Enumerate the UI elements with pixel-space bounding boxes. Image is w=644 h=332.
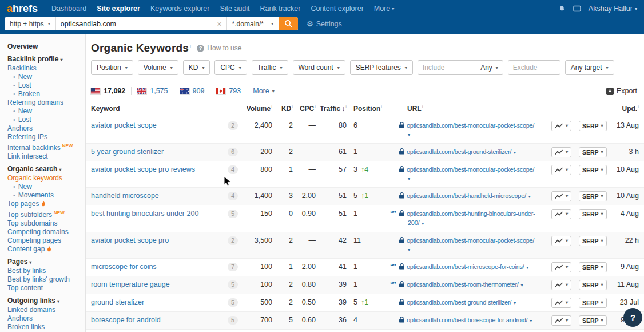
serp-dropdown-button[interactable]: SERP▾ — [579, 298, 607, 308]
how-to-use-link[interactable]: ?How to use — [197, 44, 241, 52]
serp-dropdown-button[interactable]: SERP▾ — [579, 280, 607, 290]
serp-dropdown-button[interactable]: SERP▾ — [579, 236, 607, 246]
col-position[interactable]: Positioni — [347, 104, 384, 113]
clear-icon[interactable]: × — [217, 20, 221, 28]
position-history-chart-button[interactable]: ▾ — [551, 236, 571, 246]
serp-dropdown-button[interactable]: SERP▾ — [579, 315, 607, 326]
url-link[interactable]: opticsandlab.com/best-room-thermometer/ — [407, 281, 519, 288]
col-kd[interactable]: KDi — [272, 104, 293, 113]
url-dropdown-caret[interactable]: ▾ — [530, 318, 532, 323]
col-cpc[interactable]: CPCi — [293, 104, 316, 113]
more-countries-button[interactable]: More▾ — [253, 87, 275, 95]
sidebar-item-competing-pages[interactable]: Competing pages — [7, 236, 85, 245]
sidebar-item-content-gap[interactable]: Content gap — [7, 245, 85, 254]
filter-serp-features-button[interactable]: SERP features▾ — [350, 60, 413, 75]
url-link[interactable]: opticsandlab.com/best-monocular-pocket-s… — [407, 122, 534, 129]
col-upd[interactable]: Upd.i — [612, 104, 644, 113]
ahrefs-logo[interactable]: ahrefs — [7, 3, 38, 14]
url-dropdown-caret[interactable]: ▾ — [521, 283, 523, 288]
url-link[interactable]: opticsandlab.com/best-handheld-microscop… — [407, 192, 526, 199]
nav-site-audit[interactable]: Site audit — [220, 5, 249, 13]
url-dropdown-caret[interactable]: ▾ — [514, 150, 516, 155]
keyword-link[interactable]: borescope for android — [91, 315, 161, 325]
url-dropdown-caret[interactable]: ▾ — [422, 221, 424, 226]
position-history-chart-button[interactable]: ▾ — [551, 315, 571, 326]
sidebar-item-outgoing-links[interactable]: Outgoing links▾ — [7, 297, 85, 306]
nav-rank-tracker[interactable]: Rank tracker — [260, 5, 301, 13]
url-dropdown-caret[interactable]: ▾ — [408, 246, 551, 255]
filter-traffic-button[interactable]: Traffic▾ — [252, 60, 288, 75]
col-volume[interactable]: Volumei — [246, 104, 272, 113]
keyword-link[interactable]: aviator pocket scope — [91, 121, 157, 130]
url-dropdown-caret[interactable]: ▾ — [514, 301, 516, 306]
sidebar-item-new[interactable]: •New — [7, 107, 85, 116]
sidebar-item-lost[interactable]: •Lost — [7, 81, 85, 90]
sidebar-item-broken-links[interactable]: Broken links — [7, 323, 85, 331]
user-menu[interactable]: Akshay Hallur▾ — [589, 5, 637, 13]
protocol-select[interactable]: http + https▾ — [5, 17, 56, 30]
export-button[interactable]: Export — [606, 87, 639, 95]
position-history-chart-button[interactable]: ▾ — [551, 209, 571, 219]
sidebar-item-top-subdomains[interactable]: Top subdomains — [7, 219, 85, 228]
filter-cpc-button[interactable]: CPC▾ — [214, 60, 247, 75]
position-history-chart-button[interactable]: ▾ — [551, 147, 571, 157]
url-link[interactable]: opticsandlab.com/best-monocular-pocket-s… — [407, 237, 534, 244]
position-history-chart-button[interactable]: ▾ — [551, 298, 571, 308]
serp-dropdown-button[interactable]: SERP▾ — [579, 262, 607, 272]
sidebar-item-link-intersect[interactable]: Link intersect — [7, 152, 85, 161]
search-button[interactable] — [279, 17, 298, 30]
keyword-link[interactable]: aviator pocket scope pro — [91, 236, 169, 245]
sidebar-item-anchors[interactable]: Anchors — [7, 124, 85, 133]
sidebar-item-broken[interactable]: •Broken — [7, 90, 85, 98]
nav-content-explorer[interactable]: Content explorer — [311, 5, 363, 13]
url-link[interactable]: opticsandlab.com/best-borescope-for-andr… — [407, 317, 527, 323]
keyword-link[interactable]: microscope for coins — [91, 262, 157, 271]
col-keyword[interactable]: Keyword — [91, 105, 120, 113]
keyword-link[interactable]: room temperature gauge — [91, 280, 170, 289]
filter-word-count-button[interactable]: Word count▾ — [293, 60, 345, 75]
sidebar-item-movements[interactable]: •Movements — [7, 191, 85, 200]
sidebar-item-backlinks[interactable]: Backlinks — [7, 64, 85, 73]
sidebar-item-referring-domains[interactable]: Referring domains — [7, 98, 85, 107]
country-tab-ca[interactable]: 793 — [216, 87, 241, 95]
url-link[interactable]: opticsandlab.com/best-monocular-pocket-s… — [407, 166, 534, 173]
sidebar-item-organic-search[interactable]: Organic search▾ — [7, 165, 85, 174]
notifications-bell-icon[interactable] — [558, 5, 566, 13]
keyword-link[interactable]: 5 year ground sterilizer — [91, 147, 164, 156]
url-link[interactable]: opticsandlab.com/best-ground-sterilizer/ — [407, 299, 511, 306]
serp-dropdown-button[interactable]: SERP▾ — [579, 165, 607, 175]
filter-kd-button[interactable]: KD▾ — [183, 60, 210, 75]
nav-keywords-explorer[interactable]: Keywords explorer — [150, 5, 210, 13]
url-dropdown-caret[interactable]: ▾ — [528, 194, 531, 199]
keyword-link[interactable]: handheld microscope — [91, 191, 159, 200]
sidebar-item-top-pages[interactable]: Top pages — [7, 200, 85, 208]
col-traffic[interactable]: Traffic↓i — [316, 104, 347, 113]
url-link[interactable]: opticsandlab.com/best-microscope-for-coi… — [407, 263, 524, 270]
keyword-link[interactable]: aviator pocket scope pro reviews — [91, 165, 195, 174]
url-dropdown-caret[interactable]: ▾ — [526, 265, 528, 270]
include-mode-select[interactable]: Any▾ — [480, 64, 498, 72]
include-input[interactable] — [423, 64, 480, 72]
keyword-link[interactable]: ground steralizer — [91, 298, 144, 307]
serp-dropdown-button[interactable]: SERP▾ — [579, 121, 607, 131]
serp-dropdown-button[interactable]: SERP▾ — [579, 191, 607, 201]
settings-button[interactable]: ⚙Settings — [307, 20, 342, 28]
country-tab-us[interactable]: 17,092 — [91, 87, 125, 95]
sidebar-item-anchors[interactable]: Anchors — [7, 314, 85, 323]
nav-site-explorer[interactable]: Site explorer — [97, 5, 140, 13]
position-history-chart-button[interactable]: ▾ — [551, 280, 571, 290]
sidebar-item-linked-domains[interactable]: Linked domains — [7, 306, 85, 314]
sidebar-item-lost[interactable]: •Lost — [7, 116, 85, 124]
scope-select[interactable]: *.domain/*▾ — [226, 17, 279, 30]
sidebar-item-pages[interactable]: Pages▾ — [7, 258, 85, 267]
filter-volume-button[interactable]: Volume▾ — [138, 60, 178, 75]
sidebar-item-internal-backlinks[interactable]: Internal backlinksNEW — [7, 141, 85, 152]
url-link-line2[interactable]: 200/ — [408, 219, 419, 226]
sidebar-item-best-by-links-growth[interactable]: Best by links' growth — [7, 275, 85, 284]
serp-dropdown-button[interactable]: SERP▾ — [579, 147, 607, 157]
nav-more[interactable]: More▾ — [374, 5, 395, 13]
col-url[interactable]: URLi — [396, 104, 551, 113]
sidebar-item-top-subfolders[interactable]: Top subfoldersNEW — [7, 208, 85, 219]
target-input[interactable] — [61, 20, 217, 28]
url-link[interactable]: opticsandlab.com/best-ground-sterilizer/ — [407, 148, 511, 155]
